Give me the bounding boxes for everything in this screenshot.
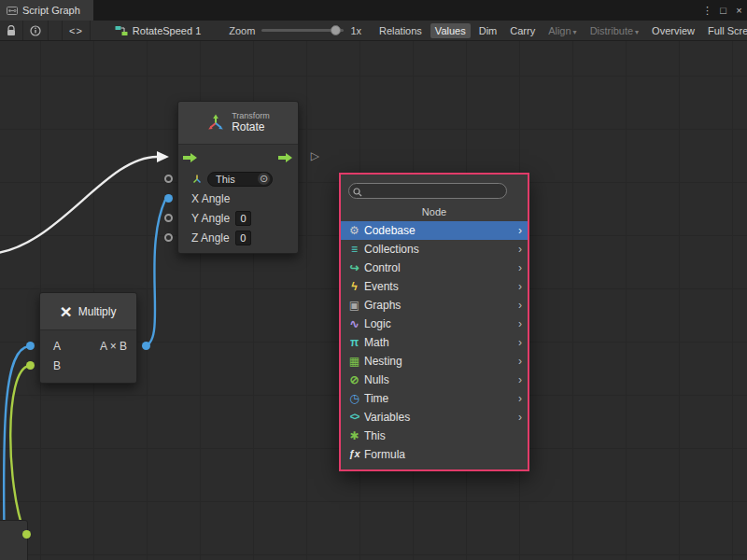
value-wire-to-multiply-b[interactable] bbox=[10, 366, 29, 532]
finder-item-label: Formula bbox=[364, 448, 522, 461]
rotate-xangle-row: X Angle bbox=[178, 189, 298, 208]
chevron-right-icon: › bbox=[518, 224, 522, 237]
chevron-right-icon: › bbox=[518, 280, 522, 293]
maximize-icon[interactable]: □ bbox=[715, 0, 731, 21]
z-angle-value-field[interactable] bbox=[235, 231, 251, 245]
z-angle-label: Z Angle bbox=[191, 231, 230, 245]
node-name-label: Rotate bbox=[232, 121, 270, 134]
axis-icon bbox=[191, 174, 203, 185]
carry-button[interactable]: Carry bbox=[505, 23, 540, 38]
rotate-this-row: This ⊙ bbox=[178, 169, 298, 189]
full-screen-button[interactable]: Full Screen bbox=[703, 23, 747, 38]
finder-search bbox=[348, 181, 507, 199]
finder-item-graphs[interactable]: ▣ Graphs › bbox=[341, 296, 528, 315]
code-preview-toggle[interactable]: <> bbox=[62, 21, 91, 41]
chevron-right-icon: › bbox=[518, 373, 522, 386]
titlebar-spacer bbox=[93, 0, 699, 21]
finder-item-control[interactable]: ↪ Control › bbox=[341, 259, 528, 277]
search-icon bbox=[353, 184, 362, 201]
multiply-a-input-port[interactable] bbox=[26, 342, 35, 350]
chevron-right-icon: › bbox=[518, 317, 522, 330]
distribute-label: Distribute bbox=[590, 25, 633, 36]
z-angle-input-port[interactable] bbox=[164, 233, 173, 242]
overview-button[interactable]: Overview bbox=[647, 23, 699, 38]
graph-canvas[interactable]: Transform Rotate ▷ This ⊙ X Angle bbox=[0, 41, 747, 560]
events-icon: ϟ bbox=[346, 281, 362, 292]
distribute-dropdown[interactable]: Distribute▾ bbox=[585, 23, 643, 38]
y-angle-input-port[interactable] bbox=[164, 214, 173, 222]
zoom-slider[interactable] bbox=[261, 29, 344, 32]
kebab-menu-icon[interactable]: ⋮ bbox=[699, 0, 715, 21]
finder-item-time[interactable]: ◷ Time › bbox=[341, 389, 528, 408]
finder-item-codebase[interactable]: ⚙ Codebase › bbox=[341, 221, 528, 240]
formula-icon: ƒx bbox=[346, 449, 362, 459]
value-wire-multiply-to-xangle[interactable] bbox=[143, 200, 165, 346]
finder-item-label: Nulls bbox=[364, 373, 518, 386]
finder-item-variables[interactable]: <> Variables › bbox=[341, 408, 528, 427]
close-icon[interactable]: × bbox=[731, 0, 747, 21]
graph-name: RotateSpeed 1 bbox=[133, 25, 201, 36]
graph-toolbar: <> RotateSpeed 1 Zoom 1x Relations Value… bbox=[0, 21, 747, 41]
rotate-zangle-row: Z Angle bbox=[178, 228, 298, 247]
transform-rotate-node[interactable]: Transform Rotate ▷ This ⊙ X Angle bbox=[177, 101, 299, 254]
relations-button[interactable]: Relations bbox=[374, 23, 427, 38]
this-input-port[interactable] bbox=[164, 175, 173, 183]
rotate-node-titles: Transform Rotate bbox=[232, 111, 270, 133]
multiply-node[interactable]: × Multiply A A × B B bbox=[39, 292, 137, 384]
y-angle-value-field[interactable] bbox=[235, 211, 251, 226]
tab-script-graph[interactable]: Script Graph bbox=[0, 0, 93, 21]
chevron-right-icon: › bbox=[518, 392, 522, 405]
finder-item-events[interactable]: ϟ Events › bbox=[341, 277, 528, 296]
align-dropdown[interactable]: Align▾ bbox=[543, 23, 581, 38]
multiply-output-port[interactable] bbox=[142, 342, 150, 350]
finder-item-logic[interactable]: ∿ Logic › bbox=[341, 315, 528, 333]
chevron-right-icon: › bbox=[518, 355, 522, 368]
control-wire[interactable] bbox=[0, 157, 157, 254]
rotate-flow-row: ▷ bbox=[178, 145, 298, 169]
node-fuzzy-finder: Node ⚙ Codebase › ≡ Collections › ↪ Cont… bbox=[339, 173, 529, 471]
multiply-node-header[interactable]: × Multiply bbox=[40, 293, 136, 330]
variables-icon: <> bbox=[346, 413, 362, 422]
this-field-value: This bbox=[216, 174, 235, 185]
zoom-slider-handle[interactable] bbox=[331, 25, 341, 35]
finder-item-formula[interactable]: ƒx Formula bbox=[341, 445, 528, 464]
finder-item-collections[interactable]: ≡ Collections › bbox=[341, 240, 528, 259]
flow-output-arrow-icon[interactable] bbox=[278, 152, 293, 165]
values-button[interactable]: Values bbox=[430, 23, 471, 38]
multiply-b-input-port[interactable] bbox=[26, 361, 35, 370]
finder-item-nulls[interactable]: ⊘ Nulls › bbox=[341, 371, 528, 389]
zoom-control: Zoom 1x bbox=[229, 25, 361, 36]
lock-button[interactable] bbox=[0, 21, 23, 41]
graph-breadcrumb[interactable]: RotateSpeed 1 bbox=[115, 25, 201, 36]
codebase-icon: ⚙ bbox=[346, 225, 362, 236]
finder-item-label: Graphs bbox=[364, 299, 518, 312]
nulls-icon: ⊘ bbox=[346, 374, 362, 385]
chevron-right-icon: › bbox=[518, 336, 522, 349]
titlebar: Script Graph ⋮ □ × bbox=[0, 0, 747, 21]
transform-icon bbox=[206, 114, 225, 133]
zoom-label: Zoom bbox=[229, 25, 255, 36]
inspect-button[interactable] bbox=[23, 21, 49, 41]
dim-button[interactable]: Dim bbox=[474, 23, 502, 38]
chevron-right-icon: › bbox=[518, 261, 522, 274]
this-icon: ✱ bbox=[346, 430, 362, 441]
finder-item-nesting[interactable]: ▦ Nesting › bbox=[341, 352, 528, 371]
chevron-down-icon: ▾ bbox=[635, 28, 639, 36]
finder-item-this[interactable]: ✱ This bbox=[341, 427, 528, 445]
x-angle-input-port[interactable] bbox=[164, 194, 173, 203]
finder-item-math[interactable]: π Math › bbox=[341, 333, 528, 352]
math-icon: π bbox=[346, 337, 362, 348]
finder-item-label: Codebase bbox=[364, 224, 518, 237]
script-graph-tab-icon bbox=[7, 5, 18, 16]
offscreen-node-fragment[interactable] bbox=[0, 520, 28, 560]
chevron-down-icon: ▾ bbox=[573, 28, 577, 36]
flow-input-arrow-icon[interactable] bbox=[183, 152, 198, 165]
rotate-node-header[interactable]: Transform Rotate bbox=[178, 102, 298, 145]
this-object-field[interactable]: This ⊙ bbox=[207, 172, 273, 187]
finder-item-label: Time bbox=[364, 392, 518, 405]
object-picker-icon[interactable]: ⊙ bbox=[258, 173, 270, 185]
multiply-b-row: B bbox=[40, 356, 136, 375]
search-input[interactable] bbox=[348, 183, 507, 199]
fragment-output-port[interactable] bbox=[22, 530, 31, 539]
tab-label: Script Graph bbox=[22, 5, 80, 16]
